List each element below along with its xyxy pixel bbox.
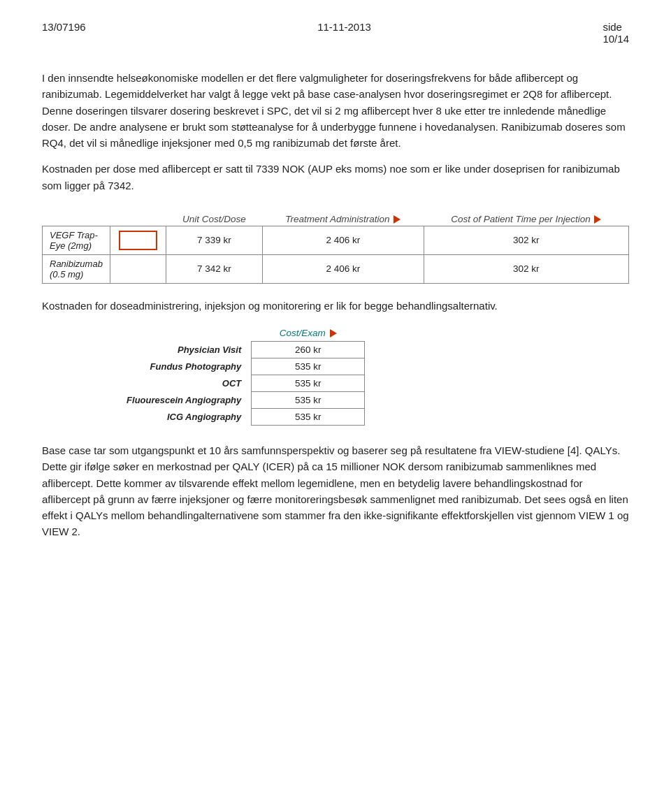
- row1-label: VEGF Trap-Eye (2mg): [43, 226, 110, 254]
- table-row: Ranibizumab (0.5 mg) 7 342 kr 2 406 kr 3…: [43, 254, 629, 283]
- paragraph-2: Kostnaden per dose med aflibercept er sa…: [42, 161, 629, 194]
- row1-unit-cost: 7 339 kr: [166, 226, 262, 254]
- exam-row1-value: 260 kr: [252, 342, 365, 358]
- exam-row5-label: ICG Angiography: [42, 409, 252, 426]
- paragraph-3: Kostnaden for doseadministrering, injeks…: [42, 298, 629, 314]
- row1-patient-time: 302 kr: [424, 226, 628, 254]
- row2-treatment-admin: 2 406 kr: [262, 254, 424, 283]
- unit-cost-header: Unit Cost/Dose: [166, 210, 262, 226]
- table-row: OCT 535 kr: [42, 375, 365, 392]
- cost-exam-table: Cost/Exam Physician Visit 260 kr Fundus …: [42, 326, 365, 426]
- exam-row2-value: 535 kr: [252, 358, 365, 375]
- paragraph-4: Base case tar som utgangspunkt et 10 års…: [42, 442, 629, 540]
- col-empty-header: [43, 210, 110, 226]
- exam-row2-label: Fundus Photography: [42, 358, 252, 375]
- row2-box: [110, 254, 166, 283]
- color-box: [119, 231, 157, 250]
- table-row: ICG Angiography 535 kr: [42, 409, 365, 426]
- row2-patient-time: 302 kr: [424, 254, 628, 283]
- treatment-admin-header: Treatment Administration: [262, 210, 424, 226]
- paragraph-1: I den innsendte helseøkonomiske modellen…: [42, 70, 629, 151]
- exam-row1-label: Physician Visit: [42, 342, 252, 358]
- doc-date: 11-11-2013: [317, 21, 371, 33]
- exam-row3-label: OCT: [42, 375, 252, 392]
- exam-row4-value: 535 kr: [252, 392, 365, 409]
- row2-label: Ranibizumab (0.5 mg): [43, 254, 110, 283]
- table-row: VEGF Trap-Eye (2mg) 7 339 kr 2 406 kr 30…: [43, 226, 629, 254]
- table-row: Fundus Photography 535 kr: [42, 358, 365, 375]
- exam-row3-value: 535 kr: [252, 375, 365, 392]
- arrow-icon: [394, 215, 401, 224]
- row1-treatment-admin: 2 406 kr: [262, 226, 424, 254]
- table2-section: Cost/Exam Physician Visit 260 kr Fundus …: [42, 326, 629, 426]
- table1-section: Unit Cost/Dose Treatment Administration …: [42, 210, 629, 284]
- row-label-col-header: [42, 326, 252, 342]
- box-col-header: [110, 210, 166, 226]
- table-row: Physician Visit 260 kr: [42, 342, 365, 358]
- row2-unit-cost: 7 342 kr: [166, 254, 262, 283]
- patient-time-header: Cost of Patient Time per Injection: [424, 210, 628, 226]
- table-row: Fluourescein Angiography 535 kr: [42, 392, 365, 409]
- arrow-icon-2: [594, 215, 601, 224]
- arrow-icon-3: [330, 329, 337, 338]
- doc-id: 13/07196: [42, 21, 86, 33]
- cost-exam-header: Cost/Exam: [252, 326, 365, 342]
- page-info: side 10/14: [603, 21, 629, 45]
- exam-row4-label: Fluourescein Angiography: [42, 392, 252, 409]
- cost-table-1: Unit Cost/Dose Treatment Administration …: [42, 210, 629, 284]
- page-header: 13/07196 11-11-2013 side 10/14: [42, 21, 629, 45]
- row1-box: [110, 226, 166, 254]
- exam-row5-value: 535 kr: [252, 409, 365, 426]
